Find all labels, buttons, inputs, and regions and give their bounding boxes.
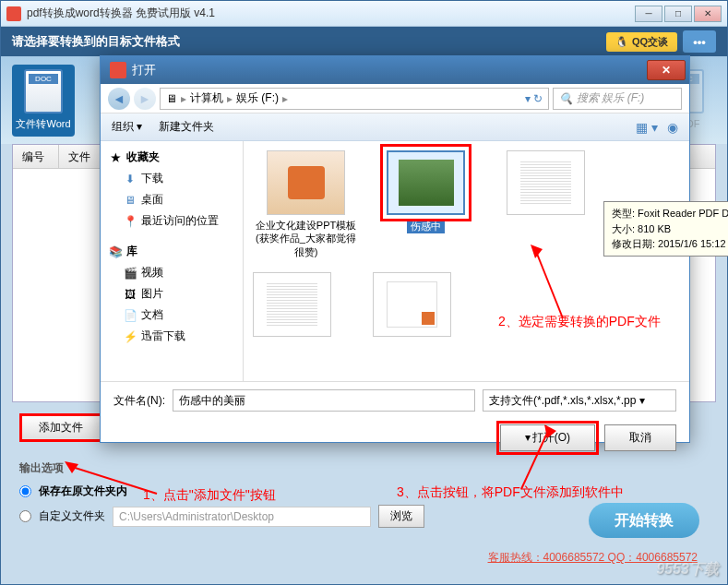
breadcrumb[interactable]: 🖥 ▸ 计算机 ▸ 娱乐 (F:) ▸ ▾ ↻ [160,88,549,110]
menu-button[interactable]: ••• [683,30,716,53]
filename-label: 文件名(N): [113,393,165,409]
file-doc3[interactable] [359,272,465,337]
dialog-icon [110,62,126,78]
file-selected-pdf[interactable]: 伤感中 [373,150,479,258]
selected-thumb [387,150,465,215]
title-bar: pdf转换成word转换器 免费试用版 v4.1 ─ □ ✕ [1,1,727,27]
add-file-button[interactable]: 添加文件 [19,413,102,442]
arrow-2 [526,240,600,323]
dialog-nav-bar: ◄ ► 🖥 ▸ 计算机 ▸ 娱乐 (F:) ▸ ▾ ↻ 🔍 搜索 娱乐 (F:) [101,84,689,113]
file-tooltip: 类型: Foxit Reader PDF Document 大小: 810 KB… [603,201,728,257]
label-custom-folder: 自定义文件夹 [39,508,105,524]
minimize-button[interactable]: ─ [635,6,662,22]
browse-button[interactable]: 浏览 [378,505,424,528]
dialog-toolbar: 组织 ▾ 新建文件夹 ▦ ▾ ◉ [101,113,689,141]
tree-library[interactable]: 📚库 [104,241,239,262]
file-ppt[interactable]: 企业文化建设PPT模板(获奖作品_大家都觉得很赞) [253,150,359,258]
start-convert-button[interactable]: 开始转换 [589,503,699,538]
search-input[interactable]: 🔍 搜索 娱乐 (F:) [553,88,682,110]
tree-recent[interactable]: 📍最近访问的位置 [104,210,239,232]
close-button[interactable]: ✕ [694,6,722,22]
nav-forward-button[interactable]: ► [134,88,156,110]
dialog-file-list: 企业文化建设PPT模板(获奖作品_大家都觉得很赞) 伤感中 [244,141,689,381]
open-file-dialog: 打开 ✕ ◄ ► 🖥 ▸ 计算机 ▸ 娱乐 (F:) ▸ ▾ ↻ 🔍 搜索 娱乐… [100,55,690,443]
format-word[interactable]: 文件转Word [12,65,75,137]
annotation-step1: 1、点击"添加文件"按钮 [143,487,276,504]
view-mode-button[interactable]: ▦ ▾ [636,120,658,135]
dialog-sidebar: ★收藏夹 ⬇下载 🖥桌面 📍最近访问的位置 📚库 🎬视频 🖼图片 📄文档 ⚡迅雷… [101,141,244,381]
word-icon [24,69,63,113]
svg-line-2 [535,249,563,318]
tree-desktop[interactable]: 🖥桌面 [104,189,239,210]
svg-line-4 [521,429,549,489]
window-title: pdf转换成word转换器 免费试用版 v4.1 [27,6,635,21]
doc-thumb2 [253,272,331,337]
radio-custom-folder[interactable] [19,510,31,522]
doc-thumb3 [373,272,451,337]
annotation-step3: 3、点击按钮，将PDF文件添加到软件中 [397,484,624,501]
path-input[interactable] [113,507,371,527]
tree-documents[interactable]: 📄文档 [104,304,239,326]
dialog-close-button[interactable]: ✕ [647,60,686,80]
ppt-thumb [267,150,345,215]
subtitle-text: 请选择要转换到的目标文件格式 [12,33,180,50]
tree-thunder[interactable]: ⚡迅雷下载 [104,326,239,347]
dialog-cancel-button[interactable]: 取消 [604,424,676,451]
dialog-title-bar: 打开 ✕ [101,56,689,84]
col-number: 编号 [13,145,59,168]
qq-chat-button[interactable]: 🐧 QQ交谈 [606,32,677,52]
dialog-title: 打开 [132,62,647,78]
computer-icon: 🖥 [166,92,177,105]
maximize-button[interactable]: □ [664,6,692,22]
tree-pictures[interactable]: 🖼图片 [104,283,239,304]
new-folder-button[interactable]: 新建文件夹 [159,119,214,135]
arrow-3 [512,420,567,494]
radio-original-folder[interactable] [19,485,31,497]
dialog-footer: 文件名(N): 支持文件(*.pdf,*.xls,*.xlsx,*.pp ▾ [101,381,689,419]
subtitle-bar: 请选择要转换到的目标文件格式 🐧 QQ交谈 ••• [1,27,727,56]
qq-icon: 🐧 [615,36,628,48]
search-icon: 🔍 [559,92,573,105]
file-doc2[interactable] [239,272,345,337]
filename-input[interactable] [173,389,475,412]
file-filter-select[interactable]: 支持文件(*.pdf,*.xls,*.xlsx,*.pp ▾ [483,389,676,412]
svg-marker-3 [531,245,543,258]
watermark: 9553下载 [656,560,719,579]
annotation-step2: 2、选定需要转换的PDF文件 [498,314,661,330]
doc-thumb [507,150,585,215]
tree-downloads[interactable]: ⬇下载 [104,168,239,189]
nav-back-button[interactable]: ◄ [108,88,130,110]
organize-menu[interactable]: 组织 ▾ [112,119,142,135]
app-icon [6,6,21,21]
tree-favorites[interactable]: ★收藏夹 [104,147,239,168]
tree-video[interactable]: 🎬视频 [104,262,239,283]
help-button[interactable]: ◉ [667,120,678,135]
